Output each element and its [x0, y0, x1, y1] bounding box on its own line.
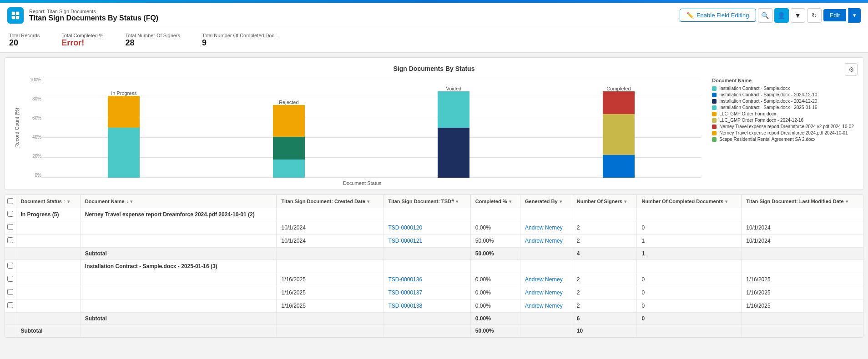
th-tsd-filter-icon[interactable]: ▾: [456, 199, 458, 204]
td-name: [80, 221, 277, 234]
th-tsd-label: Titan Sign Document: TSD#: [388, 199, 454, 204]
tsd-link[interactable]: TSD-0000136: [388, 276, 422, 283]
header-title: Titan Sign Documents By Status (FQ): [29, 14, 680, 22]
td-tsd: [384, 313, 470, 325]
th-name-filter-icon[interactable]: ▾: [130, 199, 132, 204]
td-status: [16, 273, 80, 286]
td-created-date: [277, 208, 384, 221]
legend-label-4: Installation Contract - Sample.docx - 20…: [719, 105, 817, 110]
table-header-row: Document Status ↑ ▾ Document Name ↓ ▾ Ti…: [5, 195, 863, 208]
td-generated-by: [520, 325, 572, 337]
th-status-label: Document Status: [21, 199, 62, 204]
bar-in-progress-orange: [108, 96, 140, 128]
bar-rejected-orange: [273, 105, 305, 137]
legend-dot-8: [712, 131, 717, 135]
td-generated-by: Andrew Nerney: [520, 234, 572, 248]
tsd-link[interactable]: TSD-0000138: [388, 303, 422, 309]
enable-field-editing-button[interactable]: ✏️ Enable Field Editing: [680, 9, 756, 22]
th-status-sort-icon[interactable]: ↑: [64, 199, 66, 204]
row-checkbox[interactable]: [7, 211, 13, 217]
row-checkbox[interactable]: [7, 276, 13, 282]
th-num-completed-docs-filter-icon[interactable]: ▾: [725, 199, 727, 204]
legend-item-4: Installation Contract - Sample.docx - 20…: [712, 105, 854, 110]
td-tsd: TSD-0000138: [384, 299, 470, 313]
tsd-link[interactable]: TSD-0000120: [388, 224, 422, 231]
td-name: Subtotal: [80, 248, 277, 260]
chart-legend: Document Name Installation Contract - Sa…: [712, 78, 854, 143]
generated-by-link[interactable]: Andrew Nerney: [525, 276, 563, 283]
legend-dot-7: [712, 125, 717, 129]
td-num-signers: 2: [572, 234, 637, 248]
table-grand-subtotal-row: Subtotal 50.00% 10: [5, 325, 863, 337]
generated-by-link[interactable]: Andrew Nerney: [525, 303, 563, 309]
legend-label-5: LLC_GMP Order Form.docx: [719, 111, 776, 116]
app-header: Report: Titan Sign Documents Titan Sign …: [0, 3, 868, 28]
legend-item-5: LLC_GMP Order Form.docx: [712, 111, 854, 116]
td-completed-pct: [470, 260, 520, 273]
app-logo-icon: [10, 10, 20, 20]
th-name-label: Document Name: [85, 199, 125, 204]
user-icon: 👤: [777, 12, 785, 19]
td-generated-by: [520, 260, 572, 273]
table-row: 10/1/2024 TSD-0000120 0.00% Andrew Nerne…: [5, 221, 863, 234]
filter-button[interactable]: ▼: [791, 8, 805, 23]
user-icon-button[interactable]: 👤: [774, 8, 789, 23]
th-num-signers-filter-icon[interactable]: ▾: [624, 199, 626, 204]
td-tsd: TSD-0000120: [384, 221, 470, 234]
chart-y-axis-label: Record Count (%): [14, 78, 20, 178]
th-name-sort-icon[interactable]: ↓: [126, 199, 129, 204]
bar-rejected: Rejected: [207, 97, 372, 178]
td-status: [16, 286, 80, 299]
generated-by-link[interactable]: Andrew Nerney: [525, 238, 563, 244]
td-status: Subtotal: [16, 325, 80, 337]
y-tick-20: 20%: [23, 154, 41, 159]
chart-area: ⚙ Sign Documents By Status Record Count …: [5, 57, 863, 190]
th-generated-by-filter-icon[interactable]: ▾: [560, 199, 562, 204]
chart-bars-area: 0% 20% 40% 60% 80% 100%: [23, 78, 701, 178]
td-created-date: 1/16/2025: [277, 299, 384, 313]
th-status: Document Status ↑ ▾: [16, 195, 80, 208]
th-status-filter-icon[interactable]: ▾: [67, 199, 70, 204]
td-last-modified: 1/16/2025: [742, 299, 863, 313]
td-name: [80, 234, 277, 248]
td-checkbox: [5, 248, 16, 260]
row-checkbox[interactable]: [7, 237, 13, 243]
generated-by-link[interactable]: Andrew Nerney: [525, 224, 563, 231]
refresh-button[interactable]: ↻: [807, 8, 822, 23]
th-completed-pct-filter-icon[interactable]: ▾: [509, 199, 511, 204]
tsd-link[interactable]: TSD-0000121: [388, 238, 422, 244]
edit-caret-button[interactable]: ▾: [848, 8, 861, 23]
th-name: Document Name ↓ ▾: [80, 195, 277, 208]
row-checkbox[interactable]: [7, 224, 13, 230]
td-created-date: [277, 325, 384, 337]
table-row: In Progress (5) Nerney Travel expense re…: [5, 208, 863, 221]
legend-dot-1: [712, 86, 717, 91]
svg-rect-2: [12, 15, 15, 19]
search-button[interactable]: 🔍: [758, 8, 772, 23]
tsd-link[interactable]: TSD-0000137: [388, 289, 422, 296]
legend-item-3: Installation Contract - Sample.docx - 20…: [712, 99, 854, 104]
row-checkbox[interactable]: [7, 289, 13, 295]
bar-completed-gold: [603, 114, 635, 155]
legend-dot-3: [712, 99, 717, 104]
th-last-modified-filter-icon[interactable]: ▾: [846, 199, 848, 204]
th-num-signers: Number Of Signers ▾: [572, 195, 637, 208]
legend-dot-6: [712, 118, 717, 123]
td-num-signers: 2: [572, 286, 637, 299]
header-actions: ✏️ Enable Field Editing 🔍 👤 ▼ ↻ Edit ▾: [680, 8, 861, 23]
edit-button[interactable]: Edit: [823, 9, 846, 21]
td-checkbox: [5, 208, 16, 221]
header-subtitle: Report: Titan Sign Documents: [29, 9, 680, 14]
generated-by-link[interactable]: Andrew Nerney: [525, 289, 563, 296]
row-checkbox[interactable]: [7, 263, 13, 269]
th-created-date-filter-icon[interactable]: ▾: [367, 199, 369, 204]
summary-total-records-label: Total Records: [9, 33, 40, 38]
svg-rect-3: [16, 15, 19, 19]
summary-num-signers-label: Total Number Of Signers: [126, 33, 180, 38]
row-checkbox[interactable]: [7, 302, 13, 308]
td-created-date: [277, 248, 384, 260]
td-num-completed-docs: [637, 260, 742, 273]
td-generated-by: Andrew Nerney: [520, 273, 572, 286]
chart-settings-button[interactable]: ⚙: [845, 63, 858, 76]
select-all-checkbox[interactable]: [7, 198, 13, 204]
